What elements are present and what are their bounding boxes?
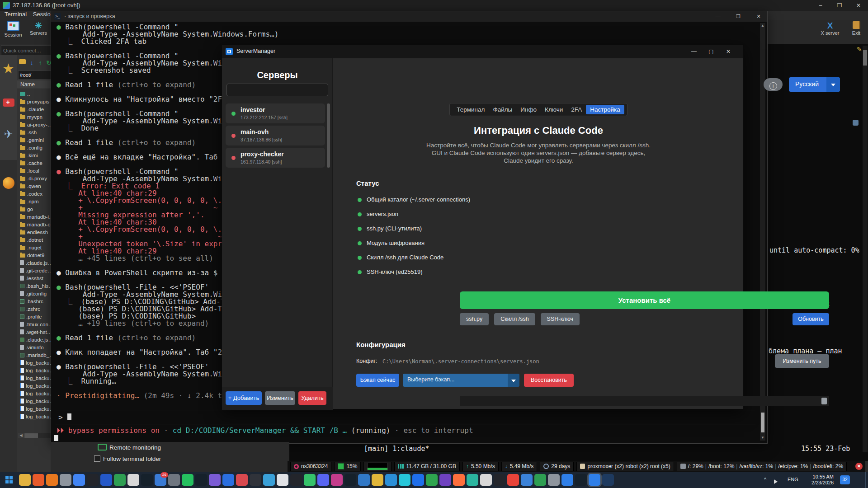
- maximize-button[interactable]: ▢: [703, 45, 719, 58]
- pencil-icon[interactable]: ✎: [857, 46, 862, 53]
- servers-button[interactable]: ✳ Servers: [26, 21, 51, 36]
- file-row[interactable]: log_backu…: [17, 375, 55, 382]
- delete-server-button[interactable]: Удалить: [298, 391, 326, 405]
- scroll-thumb[interactable]: [327, 103, 330, 168]
- taskbar-app-icon[interactable]: [602, 474, 614, 486]
- taskbar-app-icon[interactable]: [561, 474, 573, 486]
- menu-terminal[interactable]: Terminal: [5, 11, 27, 18]
- file-row[interactable]: log_backu…: [17, 382, 55, 390]
- upload-icon[interactable]: ↑: [37, 59, 44, 66]
- taskbar-app-icon[interactable]: [453, 474, 465, 486]
- file-row[interactable]: myvpn: [17, 113, 55, 121]
- file-row[interactable]: .claude: [17, 106, 55, 113]
- follow-terminal-folder-checkbox[interactable]: Follow terminal folder: [94, 455, 161, 462]
- restore-button[interactable]: ❐: [830, 0, 849, 11]
- folder-up-icon[interactable]: [19, 59, 26, 64]
- scroll-thumb[interactable]: [821, 398, 827, 404]
- backup-now-button[interactable]: Бэкап сейчас: [356, 374, 399, 387]
- file-row[interactable]: .di-proxy: [17, 175, 55, 183]
- taskbar-app-icon[interactable]: [73, 474, 85, 486]
- taskbar-app-icon[interactable]: [521, 474, 533, 486]
- tab-2FA[interactable]: 2FA: [567, 105, 586, 114]
- taskbar-app-icon[interactable]: [87, 474, 99, 486]
- horizontal-scrollbar[interactable]: [460, 396, 829, 406]
- file-row[interactable]: log_backu…: [17, 405, 55, 413]
- network-tab[interactable]: [0, 177, 17, 191]
- file-row[interactable]: .npm: [17, 198, 55, 206]
- scroll-thumb[interactable]: [761, 413, 764, 432]
- file-row[interactable]: .zshrc: [17, 305, 55, 313]
- taskbar-app-icon[interactable]: [127, 474, 139, 486]
- close-button[interactable]: ✕: [849, 0, 868, 11]
- taskbar-app-icon[interactable]: [344, 474, 356, 486]
- change-path-button[interactable]: Изменить путь: [775, 354, 829, 368]
- file-row[interactable]: .qwen: [17, 183, 55, 190]
- taskbar-app-icon[interactable]: [575, 474, 587, 486]
- taskbar-app-icon[interactable]: [494, 474, 505, 486]
- file-row[interactable]: .profile: [17, 313, 55, 321]
- file-row[interactable]: go: [17, 206, 55, 213]
- download-icon[interactable]: ↓: [28, 59, 35, 66]
- file-row[interactable]: .gemini: [17, 136, 55, 144]
- component-button[interactable]: Скилл /ssh: [494, 313, 535, 325]
- backup-select[interactable]: Выберите бэкап...: [403, 374, 519, 387]
- taskbar-app-icon[interactable]: [358, 474, 370, 486]
- taskbar-app-icon[interactable]: [182, 474, 193, 486]
- file-row[interactable]: log_backu…: [17, 390, 55, 398]
- file-row[interactable]: .dotnet: [17, 236, 55, 244]
- file-row[interactable]: .ssh: [17, 129, 55, 136]
- file-row[interactable]: ..: [17, 90, 55, 98]
- taskbar-app-icon[interactable]: [331, 474, 343, 486]
- minimize-button[interactable]: —: [709, 11, 726, 22]
- taskbar-app-icon[interactable]: [100, 474, 112, 486]
- file-row[interactable]: ai-proxy-…: [17, 121, 55, 129]
- taskbar-app-icon[interactable]: [534, 474, 546, 486]
- remote-monitoring-toggle[interactable]: Remote monitoring: [98, 444, 161, 451]
- tools-tab[interactable]: [0, 99, 17, 108]
- file-row[interactable]: .wget-hst…: [17, 328, 55, 336]
- file-row[interactable]: log_backu…: [17, 359, 55, 367]
- server-card[interactable]: investor173.212.212.157 [ssh]: [226, 103, 325, 123]
- terminal-tab[interactable]: · запуск и проверка: [64, 13, 115, 19]
- show-desktop-button[interactable]: [865, 472, 868, 488]
- taskbar-app-icon[interactable]: [19, 474, 31, 486]
- scroll-left-icon[interactable]: ◀: [18, 433, 24, 438]
- taskbar-app-icon[interactable]: [195, 474, 207, 486]
- tab-Инфо[interactable]: Инфо: [516, 105, 541, 114]
- tray-clock[interactable]: 10:55 AM 2/23/2026: [804, 474, 834, 486]
- taskbar-app-icon[interactable]: [141, 474, 153, 486]
- taskbar-app-icon[interactable]: [317, 474, 329, 486]
- file-row[interactable]: mariadb-c…: [17, 221, 55, 229]
- tab-Терминал[interactable]: Терминал: [453, 105, 489, 114]
- minimize-button[interactable]: –: [811, 0, 830, 11]
- scroll-thumb[interactable]: [24, 433, 38, 438]
- file-row[interactable]: log_backu…: [17, 367, 55, 375]
- component-button[interactable]: ssh.py: [460, 313, 489, 325]
- file-row[interactable]: log_backu…: [17, 398, 55, 405]
- install-all-button[interactable]: Установить всё: [460, 291, 829, 309]
- add-server-button[interactable]: + Добавить: [226, 391, 262, 405]
- taskbar-app-icon[interactable]: [290, 474, 302, 486]
- taskbar-app-icon[interactable]: [263, 474, 275, 486]
- file-row[interactable]: endlessh: [17, 229, 55, 236]
- file-row[interactable]: .bashrc: [17, 298, 55, 305]
- taskbar-app-icon[interactable]: [250, 474, 261, 486]
- language-dropdown[interactable]: Русский: [789, 77, 840, 92]
- close-button[interactable]: ✕: [721, 45, 736, 58]
- tab-Настройка[interactable]: Настройка: [586, 105, 624, 114]
- taskbar-app-icon[interactable]: 26: [155, 474, 166, 486]
- scroll-up-icon[interactable]: ▲: [760, 23, 765, 28]
- file-row[interactable]: .config: [17, 144, 55, 152]
- scroll-down-icon[interactable]: ▼: [760, 435, 765, 441]
- server-card[interactable]: proxy-checker161.97.118.40 [ssh]: [226, 148, 325, 168]
- file-row[interactable]: .git-crede…: [17, 267, 55, 275]
- taskbar-app-icon[interactable]: [304, 474, 316, 486]
- path-input[interactable]: [18, 70, 54, 80]
- taskbar-app-icon[interactable]: [372, 474, 383, 486]
- taskbar-app-icon[interactable]: [507, 474, 519, 486]
- taskbar-app-icon[interactable]: [222, 474, 234, 486]
- file-row[interactable]: proxyapis: [17, 98, 55, 106]
- taskbar-app-icon[interactable]: [33, 474, 44, 486]
- scroll-thumb[interactable]: [863, 50, 867, 66]
- taskbar-app-icon[interactable]: [385, 474, 397, 486]
